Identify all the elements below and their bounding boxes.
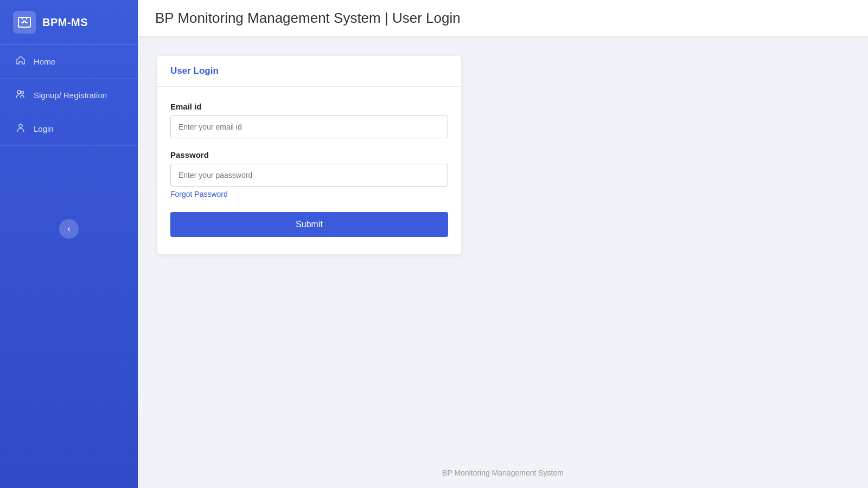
sidebar-item-home[interactable]: Home <box>0 45 138 79</box>
svg-rect-0 <box>18 17 30 27</box>
sidebar-item-login-label: Login <box>34 124 54 133</box>
email-form-group: Email id <box>170 102 448 138</box>
svg-point-2 <box>21 92 24 94</box>
sidebar-item-signup-label: Signup/ Registration <box>34 91 107 100</box>
content-area: User Login Email id Password Forgot Pass… <box>138 36 868 458</box>
chevron-left-icon: ‹ <box>67 224 70 234</box>
password-label: Password <box>170 150 448 159</box>
sidebar-collapse-button[interactable]: ‹ <box>59 219 79 239</box>
footer-text: BP Monitoring Management System <box>442 468 564 477</box>
password-input[interactable] <box>170 164 448 187</box>
home-icon <box>15 55 26 68</box>
page-title: BP Monitoring Management System | User L… <box>155 10 461 27</box>
sidebar-item-signup[interactable]: Signup/ Registration <box>0 79 138 112</box>
app-logo-text: BPM-MS <box>42 16 88 29</box>
sidebar-item-home-label: Home <box>34 57 55 66</box>
signup-icon <box>15 88 26 102</box>
forgot-password-link[interactable]: Forgot Password <box>170 190 228 198</box>
password-form-group: Password Forgot Password <box>170 150 448 199</box>
sidebar-logo-area: BPM-MS <box>0 0 138 45</box>
sidebar: BPM-MS Home Signup/ Registration <box>0 0 138 488</box>
logo-icon <box>13 11 36 34</box>
sidebar-item-login[interactable]: Login <box>0 112 138 146</box>
submit-button[interactable]: Submit <box>170 212 448 237</box>
svg-point-1 <box>17 91 21 94</box>
card-body: Email id Password Forgot Password Submit <box>157 87 461 254</box>
main-content: BP Monitoring Management System | User L… <box>138 0 868 488</box>
svg-point-3 <box>19 124 22 127</box>
login-card: User Login Email id Password Forgot Pass… <box>157 56 461 254</box>
card-title: User Login <box>170 66 219 76</box>
footer: BP Monitoring Management System <box>138 458 868 488</box>
email-input[interactable] <box>170 115 448 138</box>
login-icon <box>15 122 26 136</box>
card-header: User Login <box>157 56 461 87</box>
email-label: Email id <box>170 102 448 111</box>
topbar: BP Monitoring Management System | User L… <box>138 0 868 36</box>
